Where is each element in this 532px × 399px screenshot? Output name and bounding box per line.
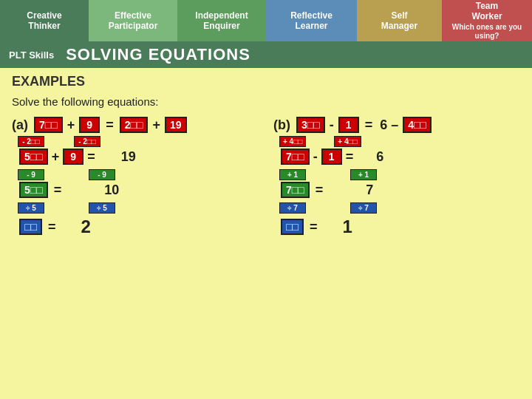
nav-effective-label: EffectiveParticipator [109,10,158,32]
main-content: EXAMPLES Solve the following equations: … [0,68,532,248]
plt-skills-label: PLT Skills [9,50,54,61]
nav-team-label: TeamWorker [471,1,502,22]
eq-a-main: (a) 7□□ + 9 = 2□□ + 19 [12,117,259,133]
solve-text: Solve the following equations: [12,95,520,108]
eq-b-op2-right: + 1 [350,169,377,180]
nav-reflective[interactable]: ReflectiveLearner [266,0,357,41]
eq-a-op1: - 2□□ [18,136,44,147]
eq-a-final-left: □□ [19,219,42,235]
eq-b-s2-left1: 7□□ [281,182,310,198]
nav-creative[interactable]: CreativeThinker [0,0,89,41]
eq-b-final-left: □□ [281,219,304,235]
nav-independent[interactable]: IndependentEnquirer [177,0,266,41]
eq-b-step2: + 1 + 1 7□□ = 7 [273,169,520,198]
eq-a-op3: ÷ 5 [18,202,44,214]
eq-a-box1: 7□□ [34,117,63,133]
eq-b-s1-left1: 7□□ [281,149,310,165]
eq-b-step3: ÷ 7 ÷ 7 □□ = 1 [273,202,520,237]
eq-a-op2-right: - 9 [89,169,115,180]
eq-b-op1-right: + 4□□ [334,136,361,147]
eq-a-op3-right: ÷ 5 [89,202,115,214]
eq-a-s1-left2: 9 [63,149,83,165]
eq-a-final-right: 2 [81,216,90,237]
eq-a-s2-left1: 5□□ [19,182,48,198]
eq-a-step3: ÷ 5 ÷ 5 □□ = 2 [12,202,259,237]
nav-independent-label: IndependentEnquirer [195,10,248,32]
eq-b-box1: 3□□ [296,117,325,133]
eq-b-box3: 4□□ [403,117,432,133]
eq-a-s1-left1: 5□□ [19,149,48,165]
eq-a-s2-right: 10 [104,183,119,198]
eq-a-box2: 9 [79,117,100,133]
eq-b-main: (b) 3□□ - 1 = 6 – 4□□ [273,117,520,133]
plt-bar: PLT Skills SOLVING EQUATIONS [0,41,532,68]
eq-b-s2-right: 7 [366,183,373,198]
col-a-label: (a) [12,117,28,133]
examples-heading: EXAMPLES [12,74,520,89]
eq-a-op2: - 9 [18,169,44,180]
col-b-label: (b) [273,117,290,133]
eq-a-step2: - 9 - 9 5□□ = 10 [12,169,259,198]
nav-reflective-label: ReflectiveLearner [290,10,332,32]
equation-col-a: (a) 7□□ + 9 = 2□□ + 19 - 2□□ - 2□□ 5□□ + [12,117,259,242]
eq-b-final-right: 1 [342,216,352,237]
eq-a-s1-right: 19 [121,149,136,165]
equation-col-b: (b) 3□□ - 1 = 6 – 4□□ + 4□□ + 4□□ 7□□ - … [273,117,520,242]
eq-a-box3: 2□□ [120,117,149,133]
eq-b-op1: + 4□□ [279,136,306,147]
plt-title: SOLVING EQUATIONS [66,45,250,64]
nav-team[interactable]: TeamWorker Which ones are you using? [442,0,532,41]
top-nav: CreativeThinker EffectiveParticipator In… [0,0,532,41]
eq-b-op3: ÷ 7 [279,202,306,214]
eq-b-s1-right: 6 [376,149,383,165]
eq-a-op1-right: - 2□□ [74,136,100,147]
eq-b-s1-left2: 1 [321,149,342,165]
eq-b-box2: 1 [338,117,359,133]
eq-b-op3-right: ÷ 7 [350,202,377,214]
eq-a-step1: - 2□□ - 2□□ 5□□ + 9 = 19 [12,136,259,165]
nav-effective[interactable]: EffectiveParticipator [89,0,177,41]
nav-self[interactable]: SelfManager [357,0,442,41]
which-ones-label: Which ones are you using? [448,23,526,41]
nav-self-label: SelfManager [381,10,417,32]
eq-b-step1: + 4□□ + 4□□ 7□□ - 1 = 6 [273,136,520,165]
eq-b-op2: + 1 [279,169,306,180]
equations-row: (a) 7□□ + 9 = 2□□ + 19 - 2□□ - 2□□ 5□□ + [12,117,520,242]
nav-creative-label: CreativeThinker [27,10,61,32]
eq-a-box4: 19 [165,117,187,133]
